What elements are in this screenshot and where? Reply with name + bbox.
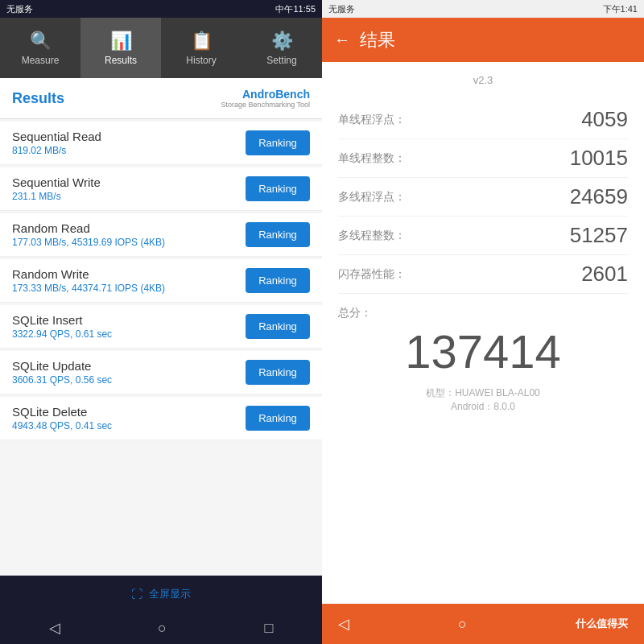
right-nav-bar: ◁ ○ 什么值得买	[322, 604, 644, 644]
benchmark-sequential-read: Sequential Read 819.02 MB/s Ranking	[0, 122, 322, 165]
single-float-label: 单线程浮点：	[338, 113, 406, 127]
nav-back-btn[interactable]: ◁	[49, 619, 60, 637]
zhihu-logo: 什么值得买	[576, 617, 628, 631]
tab-results-label: Results	[105, 55, 137, 66]
sqlite-insert-value: 3322.94 QPS, 0.61 sec	[12, 328, 112, 340]
rand-write-ranking-btn[interactable]: Ranking	[246, 268, 310, 293]
multi-int-value: 51257	[570, 223, 628, 248]
single-float-value: 4059	[581, 107, 628, 132]
logo-sub: Storage Benchmarking Tool	[221, 101, 310, 109]
right-carrier: 无服务	[328, 3, 355, 15]
score-row-multi-int: 多线程整数： 51257	[338, 217, 628, 255]
total-section: 总分： 137414	[338, 302, 628, 378]
nav-tabs: 🔍 Measure 📊 Results 📋 History ⚙️ Setting	[0, 18, 322, 78]
left-status-bar: 无服务 中午11:55	[0, 0, 322, 18]
score-row-single-int: 单线程整数： 10015	[338, 139, 628, 178]
device-info: 机型：HUAWEI BLA-AL00 Android：8.0.0	[338, 386, 628, 414]
right-nav-home-btn[interactable]: ○	[458, 616, 467, 633]
score-row-single-float: 单线程浮点： 4059	[338, 101, 628, 139]
sqlite-delete-value: 4943.48 QPS, 0.41 sec	[12, 420, 112, 431]
benchmark-random-read: Random Read 177.03 MB/s, 45319.69 IOPS (…	[0, 213, 322, 257]
version-label: v2.3	[338, 74, 628, 86]
results-icon: 📊	[110, 31, 132, 52]
left-carrier: 无服务	[6, 3, 33, 15]
benchmark-sqlite-insert: SQLite Insert 3322.94 QPS, 0.61 sec Rank…	[0, 305, 322, 349]
benchmark-sqlite-update: SQLite Update 3606.31 QPS, 0.56 sec Rank…	[0, 351, 322, 394]
multi-float-value: 24659	[570, 184, 628, 209]
measure-icon: 🔍	[30, 31, 52, 52]
rand-read-value: 177.03 MB/s, 45319.69 IOPS (4KB)	[12, 237, 165, 248]
benchmark-random-write: Random Write 173.33 MB/s, 44374.71 IOPS …	[0, 259, 322, 303]
device-model: 机型：HUAWEI BLA-AL00	[338, 386, 628, 400]
setting-icon: ⚙️	[271, 31, 293, 52]
tab-setting-label: Setting	[266, 55, 296, 66]
left-panel: 无服务 中午11:55 🔍 Measure 📊 Results 📋 Histor…	[0, 0, 322, 644]
results-content: v2.3 单线程浮点： 4059 单线程整数： 10015 多线程浮点： 246…	[322, 62, 644, 604]
rand-write-value: 173.33 MB/s, 44374.71 IOPS (4KB)	[12, 283, 165, 294]
benchmark-list: Sequential Read 819.02 MB/s Ranking Sequ…	[0, 119, 322, 576]
seq-read-value: 819.02 MB/s	[12, 145, 101, 156]
seq-write-value: 231.1 MB/s	[12, 191, 101, 202]
logo-text: AndroBench	[221, 88, 310, 101]
total-score: 137414	[338, 324, 628, 378]
right-status-bar: 无服务 下午1:41	[322, 0, 644, 18]
bottom-bar[interactable]: ⛶ 全屏显示	[0, 576, 322, 612]
benchmark-sequential-write: Sequential Write 231.1 MB/s Ranking	[0, 167, 322, 211]
fullscreen-label: 全屏显示	[149, 587, 191, 601]
header-title: 结果	[360, 28, 395, 52]
right-header: ← 结果	[322, 18, 644, 62]
tab-setting[interactable]: ⚙️ Setting	[242, 18, 322, 78]
seq-write-ranking-btn[interactable]: Ranking	[246, 176, 310, 201]
tab-history[interactable]: 📋 History	[161, 18, 242, 78]
single-int-value: 10015	[570, 146, 628, 171]
flash-label: 闪存器性能：	[338, 267, 406, 282]
seq-read-ranking-btn[interactable]: Ranking	[246, 130, 310, 155]
android-version: Android：8.0.0	[338, 400, 628, 414]
seq-write-name: Sequential Write	[12, 175, 101, 189]
nav-home-btn[interactable]: ○	[158, 620, 167, 637]
right-nav-back-btn[interactable]: ◁	[338, 615, 349, 633]
tab-history-label: History	[186, 55, 216, 66]
benchmark-sqlite-delete: SQLite Delete 4943.48 QPS, 0.41 sec Rank…	[0, 397, 322, 440]
right-panel: 无服务 下午1:41 ← 结果 v2.3 单线程浮点： 4059 单线程整数： …	[322, 0, 644, 644]
score-row-multi-float: 多线程浮点： 24659	[338, 178, 628, 217]
results-title: Results	[12, 90, 64, 107]
flash-value: 2601	[581, 262, 628, 287]
rand-read-name: Random Read	[12, 221, 165, 235]
sqlite-update-name: SQLite Update	[12, 359, 112, 373]
sqlite-insert-ranking-btn[interactable]: Ranking	[246, 314, 310, 339]
sqlite-delete-name: SQLite Delete	[12, 405, 112, 419]
nav-recent-btn[interactable]: □	[264, 620, 273, 637]
multi-float-label: 多线程浮点：	[338, 190, 406, 204]
rand-read-ranking-btn[interactable]: Ranking	[246, 222, 310, 247]
tab-measure[interactable]: 🔍 Measure	[0, 18, 80, 78]
fullscreen-icon: ⛶	[131, 588, 142, 601]
sqlite-update-value: 3606.31 QPS, 0.56 sec	[12, 374, 112, 386]
results-header: Results AndroBench Storage Benchmarking …	[0, 78, 322, 119]
single-int-label: 单线程整数：	[338, 151, 406, 166]
seq-read-name: Sequential Read	[12, 130, 101, 143]
back-arrow-btn[interactable]: ←	[334, 31, 350, 49]
multi-int-label: 多线程整数：	[338, 229, 406, 243]
score-row-flash: 闪存器性能： 2601	[338, 255, 628, 294]
right-time: 下午1:41	[603, 3, 638, 15]
sqlite-update-ranking-btn[interactable]: Ranking	[246, 360, 310, 385]
total-label: 总分：	[338, 306, 628, 320]
rand-write-name: Random Write	[12, 267, 165, 281]
left-time: 中午11:55	[275, 3, 316, 15]
left-nav-bar: ◁ ○ □	[0, 612, 322, 644]
androbench-logo: AndroBench Storage Benchmarking Tool	[221, 88, 310, 109]
sqlite-delete-ranking-btn[interactable]: Ranking	[246, 406, 310, 431]
sqlite-insert-name: SQLite Insert	[12, 313, 112, 327]
tab-results[interactable]: 📊 Results	[80, 18, 161, 78]
tab-measure-label: Measure	[22, 55, 60, 66]
history-icon: 📋	[191, 31, 213, 52]
